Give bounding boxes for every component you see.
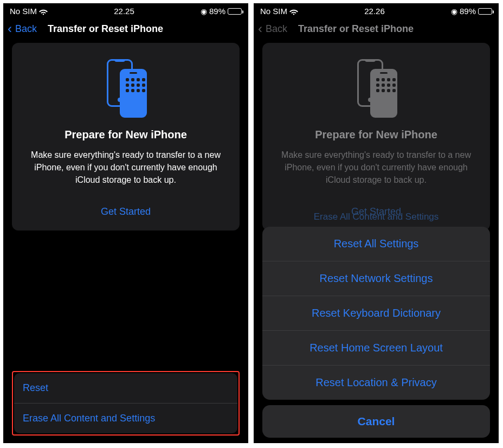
prepare-card: Prepare for New iPhone Make sure everyth… (12, 43, 240, 231)
prepare-description: Make sure everything's ready to transfer… (273, 149, 479, 187)
nav-bar: ‹ Back Transfer or Reset iPhone (254, 18, 499, 43)
clock-text: 22.26 (364, 7, 385, 16)
cancel-button[interactable]: Cancel (262, 405, 490, 438)
iphone-transfer-icon (352, 57, 401, 117)
nav-bar: ‹ Back Transfer or Reset iPhone (3, 18, 248, 43)
prepare-title: Prepare for New iPhone (23, 129, 229, 141)
battery-pct: 89% (460, 7, 476, 16)
reset-location-privacy-button[interactable]: Reset Location & Privacy (262, 365, 490, 400)
wifi-icon (39, 8, 48, 15)
battery-icon (228, 8, 242, 15)
page-title: Transfer or Reset iPhone (48, 23, 163, 35)
back-button[interactable]: Back (15, 23, 37, 35)
iphone-transfer-icon (101, 57, 150, 117)
location-icon: ◉ (451, 7, 457, 16)
clock-text: 22.25 (114, 7, 134, 16)
battery-icon (478, 8, 492, 15)
status-bar: No SIM 22.25 ◉ 89% (3, 3, 248, 18)
location-icon: ◉ (201, 7, 207, 16)
erase-all-button[interactable]: Erase All Content and Settings (14, 403, 237, 433)
prepare-card: Prepare for New iPhone Make sure everyth… (262, 43, 490, 231)
prepare-description: Make sure everything's ready to transfer… (23, 149, 229, 187)
reset-button[interactable]: Reset (14, 373, 237, 403)
wifi-icon (289, 8, 298, 15)
page-title: Transfer or Reset iPhone (298, 23, 414, 35)
bottom-option-list: Reset Erase All Content and Settings (14, 373, 237, 433)
back-button: Back (266, 23, 287, 35)
prepare-title: Prepare for New iPhone (273, 129, 479, 141)
reset-all-settings-button[interactable]: Reset All Settings (262, 227, 490, 261)
left-screenshot: No SIM 22.25 ◉ 89% ‹ Back Transfer or Re… (3, 3, 248, 443)
reset-keyboard-dictionary-button[interactable]: Reset Keyboard Dictionary (262, 296, 490, 330)
right-screenshot: No SIM 22.26 ◉ 89% ‹ Back Transfer or Re… (254, 3, 499, 443)
chevron-left-icon: ‹ (258, 22, 262, 35)
status-bar: No SIM 22.26 ◉ 89% (254, 3, 499, 18)
reset-home-screen-layout-button[interactable]: Reset Home Screen Layout (262, 330, 490, 365)
reset-action-sheet: Reset All Settings Reset Network Setting… (262, 227, 490, 400)
carrier-text: No SIM (260, 7, 287, 16)
action-sheet-container: Erase All Content and Settings Reset All… (262, 227, 490, 438)
battery-pct: 89% (209, 7, 225, 16)
carrier-text: No SIM (10, 7, 37, 16)
erase-all-button-dimmed: Erase All Content and Settings (262, 212, 490, 222)
chevron-left-icon[interactable]: ‹ (8, 22, 12, 35)
highlight-annotation: Reset Erase All Content and Settings (12, 371, 240, 436)
reset-network-settings-button[interactable]: Reset Network Settings (262, 261, 490, 296)
get-started-button[interactable]: Get Started (23, 202, 229, 223)
